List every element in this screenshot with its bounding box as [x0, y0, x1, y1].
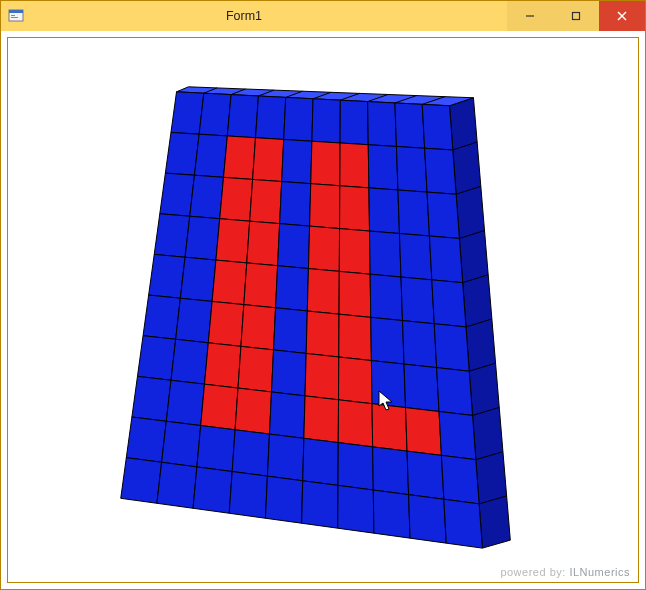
maximize-button[interactable] [553, 1, 599, 31]
svg-marker-65 [370, 231, 401, 277]
svg-marker-91 [238, 346, 274, 392]
svg-marker-98 [132, 376, 171, 421]
svg-marker-52 [280, 182, 311, 227]
window-title: Form1 [31, 1, 507, 31]
close-button[interactable] [599, 1, 645, 31]
svg-marker-38 [165, 132, 199, 175]
svg-marker-125 [373, 490, 410, 538]
svg-marker-63 [308, 226, 339, 271]
svg-marker-118 [121, 458, 162, 504]
svg-marker-121 [229, 472, 267, 519]
scene-3d [8, 38, 638, 582]
svg-marker-32 [284, 97, 313, 141]
svg-marker-120 [193, 467, 232, 513]
svg-marker-48 [160, 173, 195, 216]
svg-marker-112 [267, 434, 303, 481]
svg-marker-41 [253, 138, 284, 182]
svg-marker-97 [437, 368, 473, 416]
svg-marker-56 [398, 190, 429, 236]
svg-marker-106 [406, 408, 442, 456]
svg-marker-39 [194, 134, 227, 177]
svg-marker-92 [272, 350, 307, 396]
svg-marker-122 [265, 476, 302, 523]
svg-marker-116 [407, 451, 444, 499]
svg-marker-44 [340, 143, 369, 188]
powered-by-label: powered by: [500, 566, 565, 578]
svg-marker-31 [256, 96, 286, 139]
svg-marker-71 [244, 263, 278, 308]
svg-marker-93 [305, 353, 339, 399]
svg-marker-53 [310, 184, 340, 229]
svg-marker-59 [185, 216, 220, 260]
svg-marker-114 [338, 443, 373, 490]
svg-marker-87 [434, 324, 469, 371]
svg-marker-95 [371, 361, 405, 408]
app-window: Form1 powered by: ILNumerics [0, 0, 646, 590]
svg-marker-47 [425, 148, 456, 194]
svg-marker-30 [227, 95, 258, 138]
svg-marker-85 [371, 317, 404, 364]
svg-marker-36 [395, 103, 425, 148]
svg-marker-96 [404, 364, 439, 411]
svg-marker-99 [166, 380, 204, 425]
svg-marker-57 [427, 192, 459, 238]
footer-credits: powered by: ILNumerics [500, 566, 630, 578]
svg-marker-126 [409, 495, 447, 544]
svg-marker-84 [339, 314, 372, 360]
svg-marker-109 [162, 421, 201, 467]
svg-marker-127 [444, 499, 483, 548]
svg-marker-111 [232, 430, 269, 476]
svg-marker-34 [340, 100, 368, 145]
svg-marker-60 [216, 219, 250, 263]
cube-svg [8, 38, 638, 582]
svg-marker-83 [306, 311, 339, 357]
brand-link[interactable]: ILNumerics [569, 566, 630, 578]
svg-marker-88 [137, 336, 175, 381]
svg-rect-3 [11, 17, 18, 18]
svg-marker-119 [157, 462, 197, 508]
svg-marker-66 [399, 234, 431, 280]
svg-marker-75 [370, 274, 402, 320]
svg-marker-86 [403, 321, 437, 368]
svg-marker-123 [302, 481, 338, 528]
svg-marker-69 [180, 257, 216, 301]
svg-marker-54 [340, 186, 370, 231]
svg-marker-94 [339, 357, 373, 404]
svg-marker-67 [429, 236, 462, 283]
svg-marker-50 [220, 177, 253, 221]
svg-marker-110 [197, 426, 235, 472]
svg-marker-105 [372, 404, 407, 451]
svg-marker-101 [235, 388, 271, 434]
svg-marker-40 [224, 136, 256, 179]
svg-marker-113 [303, 438, 339, 485]
svg-marker-64 [339, 229, 370, 275]
svg-rect-5 [573, 13, 580, 20]
render-canvas[interactable]: powered by: ILNumerics [7, 37, 639, 583]
svg-marker-124 [338, 485, 374, 533]
svg-marker-78 [143, 295, 180, 339]
svg-marker-35 [368, 102, 397, 147]
svg-marker-77 [432, 280, 466, 327]
svg-marker-28 [171, 92, 204, 134]
svg-marker-72 [276, 266, 309, 311]
svg-marker-100 [201, 384, 238, 430]
svg-marker-81 [241, 305, 276, 350]
svg-marker-89 [171, 339, 208, 384]
svg-marker-80 [208, 301, 244, 346]
svg-marker-29 [199, 93, 231, 136]
minimize-button[interactable] [507, 1, 553, 31]
svg-marker-117 [441, 455, 479, 504]
titlebar[interactable]: Form1 [1, 1, 645, 31]
svg-marker-68 [149, 254, 185, 298]
svg-marker-62 [278, 224, 310, 269]
svg-marker-82 [274, 308, 308, 354]
svg-marker-51 [250, 179, 282, 223]
svg-marker-70 [212, 260, 247, 305]
svg-marker-49 [190, 175, 224, 218]
window-controls [507, 1, 645, 31]
svg-marker-55 [369, 188, 400, 234]
svg-marker-107 [439, 412, 476, 460]
svg-marker-45 [368, 145, 398, 190]
svg-marker-76 [401, 277, 434, 324]
svg-rect-1 [9, 10, 23, 13]
